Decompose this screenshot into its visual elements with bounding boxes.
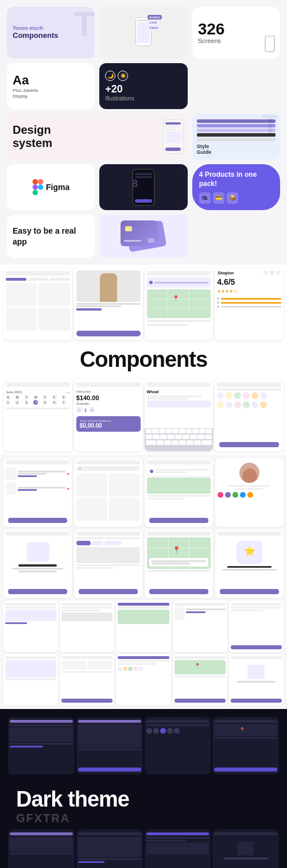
dark-screen-3-nav (146, 720, 210, 723)
card-components: Toooo much Components T (7, 7, 95, 59)
search-result-3 (76, 498, 107, 521)
figma-logo: Figma (32, 179, 69, 195)
empty-subtitle-2 (18, 571, 57, 572)
dark-sticker-3 (167, 728, 173, 734)
card-style-guide: StyleGuide T (192, 114, 280, 160)
empty-title (18, 564, 57, 567)
empty-action-btn[interactable] (8, 589, 67, 594)
dark-7-line-2 (146, 840, 186, 842)
wishlist-action-btn[interactable] (8, 518, 67, 523)
kb-key (172, 429, 179, 433)
delivery-action-btn[interactable] (149, 518, 208, 523)
quantity-control[interactable]: − 1 + (74, 406, 143, 414)
filter-line-2 (76, 564, 140, 566)
cal-day: 5 (42, 400, 47, 405)
qty-plus-btn[interactable]: + (89, 407, 95, 413)
kb-key (160, 435, 167, 439)
kb-shift-key (146, 440, 156, 445)
qty-minus-btn[interactable]: − (76, 407, 82, 413)
sticker-2-1 (217, 401, 224, 408)
small-screen-10 (229, 654, 284, 706)
rating-bar-4: 4 (217, 301, 281, 304)
wishlist-heart-icon: ♥ (67, 472, 69, 476)
sticker-item-yellow (226, 392, 232, 399)
sticker-action-btn[interactable] (219, 442, 279, 447)
map-preview: 📍 (147, 289, 211, 318)
delivery-nav (147, 460, 211, 464)
sticker-line (217, 389, 281, 390)
cart-icon-small (270, 270, 274, 275)
dark-7-line-1 (146, 837, 210, 839)
screen-map-location: 📍 (145, 529, 213, 598)
credit-card-front (121, 220, 158, 246)
empty-illustration (26, 542, 49, 562)
sticker-2-6 (260, 401, 267, 408)
card-design-system: Design system (7, 114, 188, 160)
figma-text-label: Figma (46, 183, 69, 192)
svg-rect-0 (265, 36, 274, 52)
sticker-2-3 (234, 401, 241, 408)
svg-rect-2 (33, 179, 38, 184)
cal-nav (6, 382, 70, 387)
wishlist-item-1: ♥ (3, 466, 72, 481)
filter-apply-btn[interactable] (79, 589, 138, 594)
toast-line-2 (155, 471, 187, 473)
filter-line-3 (76, 567, 114, 569)
cal-day: 7 (61, 400, 66, 405)
dark-screens-row-2 (5, 830, 282, 868)
stickers-row-2 (215, 400, 284, 409)
delivery-toast (147, 466, 211, 476)
dark-accent-line (10, 746, 43, 747)
wishlist-product-info (18, 470, 65, 478)
search-result-1 (76, 474, 107, 497)
kb-key (194, 440, 201, 445)
filter-chip-active[interactable] (76, 541, 91, 545)
kb-key (197, 435, 204, 439)
rating-bar-3: 3 (217, 305, 281, 308)
kb-line (147, 396, 202, 397)
map-confirm-btn[interactable] (149, 589, 208, 594)
dark-sticker-4 (174, 728, 180, 734)
dark-sticker-accent (160, 728, 166, 734)
address-line (147, 320, 211, 322)
cal-day: 1 (6, 400, 10, 405)
delivery-line-2 (147, 498, 184, 499)
cal-days-grid: S M T W T F S 1 2 3 4 5 6 7 (6, 395, 70, 405)
add-to-cart-btn[interactable] (76, 331, 141, 336)
dark-screen-4-nav (214, 720, 277, 723)
moon-icon: 🌙 (105, 71, 115, 81)
illustrations-label: Illustrations (105, 95, 181, 102)
dark-screen-8 (212, 830, 279, 868)
balance-card-amount: $0,00.00 (80, 423, 137, 429)
big-map-area: 📍 (147, 537, 211, 569)
favs-action-btn[interactable] (220, 589, 279, 594)
card-figma: Figma (7, 164, 95, 210)
favs-nav (218, 532, 281, 536)
sticker-2-5 (251, 401, 258, 408)
color-circle-green (232, 492, 238, 498)
qty-number: 1 (84, 408, 87, 413)
dark-screen-4: 📍 (212, 717, 279, 774)
map-pin: 📍 (172, 295, 179, 301)
dark-screen-header (10, 720, 73, 723)
profile-name-line (229, 485, 270, 487)
stickers-nav (217, 382, 281, 387)
small-screen-8 (116, 654, 170, 706)
search-bar[interactable] (76, 466, 140, 471)
product-icons: 🛍 💳 📦 (199, 192, 273, 204)
dark-6-accent (78, 861, 104, 863)
filter-chip-2[interactable] (104, 541, 122, 545)
collage-small-row-2: 📍 (3, 654, 284, 706)
product-grid (3, 281, 72, 332)
dark-3-line-1 (146, 724, 210, 726)
color-circles (215, 491, 284, 499)
balance-card-widget: Your current balance $0,00.00 (76, 416, 141, 432)
kb-input-field[interactable] (147, 401, 211, 408)
dark-img-1 (10, 727, 73, 742)
small-screen-4 (173, 600, 227, 652)
filter-chip[interactable] (92, 541, 103, 545)
color-circle-red (218, 492, 223, 498)
cal-day: S (61, 395, 66, 400)
address-line-2 (147, 324, 188, 326)
kb-key (199, 429, 205, 433)
